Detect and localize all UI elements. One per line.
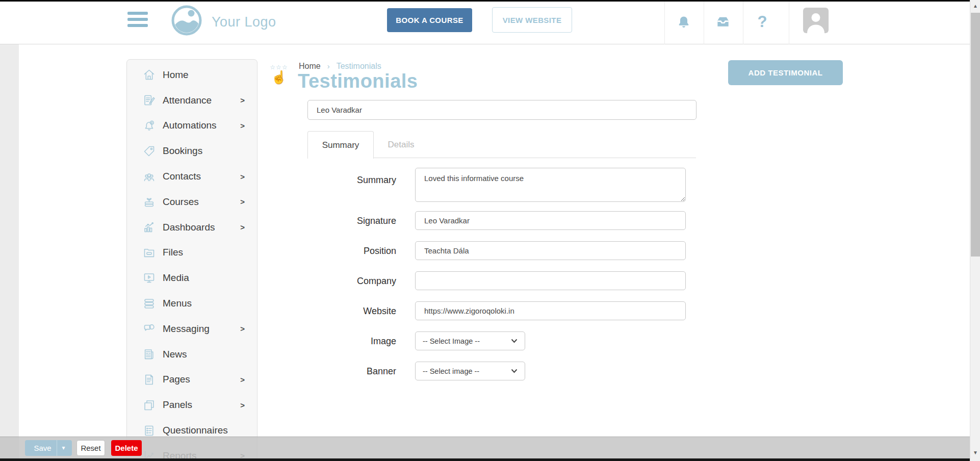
app-window: Your Logo BOOK A COURSE VIEW WEBSITE ? H… <box>0 0 980 461</box>
scroll-down-icon[interactable]: ▼ <box>970 450 980 455</box>
header-divider <box>704 2 704 44</box>
panels-icon <box>142 398 156 412</box>
sidebar-item-home[interactable]: Home <box>127 62 257 88</box>
tab-details[interactable]: Details <box>374 131 428 158</box>
attendance-icon <box>142 93 156 107</box>
add-testimonial-button[interactable]: ADD TESTIMONIAL <box>728 60 843 85</box>
sidebar-item-media[interactable]: Media <box>127 265 257 291</box>
sidebar-item-contacts[interactable]: Contacts > <box>127 164 257 189</box>
sidebar-item-messaging[interactable]: Messaging > <box>127 316 257 342</box>
chevron-right-icon: > <box>240 375 245 384</box>
bookings-tag-icon <box>142 144 156 158</box>
chevron-down-icon <box>511 369 518 373</box>
vertical-scrollbar[interactable]: ▲ ▼ <box>970 0 980 461</box>
chevron-right-icon: > <box>240 197 245 206</box>
scroll-up-icon[interactable]: ▲ <box>970 3 980 9</box>
chevron-down-icon <box>511 339 518 343</box>
breadcrumb-current: Testimonials <box>337 62 381 70</box>
image-label: Image <box>320 336 396 347</box>
sidebar-item-news[interactable]: News <box>127 342 257 367</box>
menus-icon <box>142 297 156 311</box>
sidebar-item-dashboards[interactable]: Dashboards > <box>127 215 257 240</box>
banner-label: Banner <box>320 366 396 377</box>
help-icon[interactable]: ? <box>753 12 772 32</box>
book-a-course-button[interactable]: BOOK A COURSE <box>387 8 472 32</box>
summary-label: Summary <box>320 175 396 186</box>
news-icon <box>142 347 156 361</box>
logo-icon <box>170 4 203 37</box>
chevron-right-icon: > <box>240 324 245 333</box>
hamburger-menu-icon[interactable] <box>127 12 148 27</box>
view-website-button[interactable]: VIEW WEBSITE <box>492 7 572 33</box>
delete-button[interactable]: Delete <box>111 440 142 456</box>
sidebar-item-files[interactable]: Files <box>127 240 257 266</box>
contacts-icon <box>142 170 156 184</box>
courses-icon <box>142 195 156 209</box>
website-input[interactable] <box>415 301 686 320</box>
media-icon <box>142 271 156 285</box>
company-input[interactable] <box>415 271 686 290</box>
save-dropdown-caret-icon[interactable]: ▾ <box>57 440 70 456</box>
dashboards-icon <box>142 220 156 234</box>
sidebar-item-attendance[interactable]: Attendance > <box>127 88 257 113</box>
chevron-right-icon: > <box>240 96 245 105</box>
sidebar-nav: Home Attendance > Automations > Bookings… <box>126 59 257 461</box>
inbox-tray-icon[interactable] <box>713 12 733 32</box>
banner-select[interactable]: -- Select image -- <box>415 362 525 380</box>
files-folder-icon <box>142 246 156 260</box>
image-select[interactable]: -- Select Image -- <box>415 331 525 350</box>
testimonial-hand-stars-icon: ☆☆☆ ☝ <box>267 64 291 84</box>
summary-textarea[interactable]: Loved this informative course <box>415 168 686 202</box>
website-label: Website <box>320 306 396 317</box>
automations-icon <box>142 119 156 133</box>
position-input[interactable] <box>415 241 686 260</box>
save-button[interactable]: Save ▾ <box>25 440 72 456</box>
sidebar-item-automations[interactable]: Automations > <box>127 113 257 139</box>
reset-button[interactable]: Reset <box>76 440 105 456</box>
tab-bar: Summary Details <box>307 131 696 158</box>
page-title: Testimonials <box>298 70 418 92</box>
signature-input[interactable] <box>415 211 686 230</box>
testimonial-name-input[interactable] <box>307 100 697 120</box>
chevron-right-icon: > <box>240 223 245 232</box>
scrollbar-thumb[interactable] <box>971 13 980 257</box>
notifications-bell-icon[interactable] <box>674 12 693 32</box>
questionnaires-icon <box>142 424 156 438</box>
chevron-right-icon: > <box>240 121 245 130</box>
window-top-edge <box>0 0 980 2</box>
logo-text: Your Logo <box>212 14 276 30</box>
tab-summary[interactable]: Summary <box>307 131 374 159</box>
home-icon <box>142 68 156 82</box>
sidebar-item-courses[interactable]: Courses > <box>127 189 257 215</box>
header-divider <box>789 2 789 44</box>
sidebar-item-menus[interactable]: Menus <box>127 291 257 316</box>
window-bottom-edge <box>0 458 970 461</box>
header-divider <box>743 2 743 44</box>
user-avatar[interactable] <box>803 8 829 33</box>
company-label: Company <box>320 276 396 287</box>
pages-icon <box>142 373 156 387</box>
breadcrumb-home-link[interactable]: Home <box>299 62 321 70</box>
breadcrumb: Home›Testimonials <box>299 62 381 71</box>
sidebar-item-bookings[interactable]: Bookings <box>127 138 257 164</box>
signature-label: Signature <box>320 216 396 226</box>
position-label: Position <box>320 246 396 257</box>
bottom-action-bar: Save ▾ Reset Delete <box>0 437 970 458</box>
messaging-icon <box>142 322 156 336</box>
header-divider <box>664 2 665 44</box>
sidebar-item-panels[interactable]: Panels > <box>127 392 257 418</box>
chevron-right-icon: > <box>240 172 245 181</box>
chevron-right-icon: > <box>240 401 245 409</box>
sidebar-item-pages[interactable]: Pages > <box>127 367 257 393</box>
breadcrumb-separator: › <box>327 62 330 70</box>
